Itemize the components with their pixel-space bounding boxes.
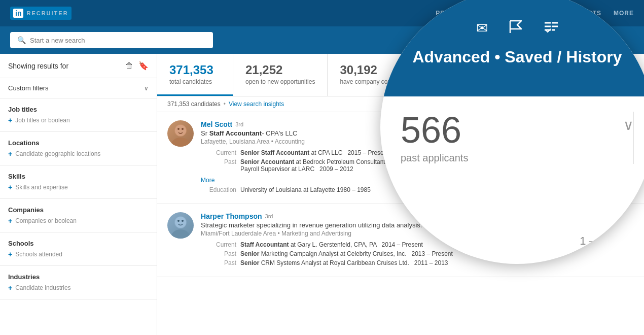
svg-point-8 (177, 220, 180, 222)
stat-total-candidates[interactable]: 371,353 total candidates (157, 54, 233, 96)
trash-icon[interactable]: 🗑 (125, 61, 133, 71)
plus-icon-schools: + (8, 250, 12, 258)
filter-sub-locations[interactable]: + Candidate geographic locations (8, 150, 149, 158)
circle-stat-block: 566 past applicants (401, 112, 634, 164)
filter-title-industries: Industries (8, 273, 149, 281)
degree-badge-mel-scott: 3rd (235, 121, 243, 127)
search-icon: 🔍 (17, 36, 26, 44)
search-input[interactable] (30, 37, 206, 44)
edu-label-mel-scott: Education (201, 186, 236, 193)
stat-open-number: 21,252 (245, 63, 315, 77)
plus-icon-skills: + (8, 183, 12, 191)
bookmark-icon[interactable]: 🔖 (138, 61, 149, 71)
recruiter-label: RECRUITER (26, 10, 68, 16)
filter-sub-label-job-titles: Job titles or boolean (15, 117, 69, 124)
showing-results-label: Showing results for (8, 62, 68, 70)
filter-job-titles: Job titles + Job titles or boolean (0, 98, 157, 132)
avatar-mel-scott (167, 120, 194, 147)
filter-title-job-titles: Job titles (8, 106, 149, 113)
svg-point-3 (177, 128, 180, 130)
filter-sub-label-industries: Candidate industries (15, 284, 70, 291)
filter-sub-job-titles[interactable]: + Job titles or boolean (8, 116, 149, 124)
svg-point-4 (182, 128, 184, 130)
svg-point-7 (175, 217, 186, 228)
circle-top-icons: ✉ (476, 20, 559, 38)
flag-icon[interactable] (508, 20, 523, 38)
page-range: 1 – 25 (580, 234, 611, 248)
candidate-name-mel-scott[interactable]: Mel Scott (201, 120, 232, 128)
filter-title-schools: Schools (8, 240, 149, 247)
view-insights-link[interactable]: View search insights (229, 100, 284, 108)
svg-point-1 (171, 138, 190, 147)
svg-point-2 (175, 125, 186, 136)
filter-industries: Industries + Candidate industries (0, 266, 157, 299)
filter-skills: Skills + Skills and expertise (0, 165, 157, 199)
avatar-harper-thompson (167, 212, 194, 239)
filter-sub-companies[interactable]: + Companies or boolean (8, 217, 149, 225)
candidates-count-text: 371,353 candidates (167, 100, 221, 108)
stat-total-label: total candidates (169, 78, 221, 85)
filter-sub-label-locations: Candidate geographic locations (15, 150, 100, 157)
svg-point-9 (182, 220, 184, 222)
checklist-icon[interactable] (544, 20, 559, 38)
candidate-name-harper-thompson[interactable]: Harper Thompson (201, 212, 262, 220)
circle-big-label: past applicants (401, 152, 618, 164)
plus-icon-industries: + (8, 284, 12, 292)
past-label-mel-scott: Past (201, 158, 236, 173)
stat-total-number: 371,353 (169, 63, 221, 77)
filter-sub-skills[interactable]: + Skills and expertise (8, 183, 149, 191)
nav-more[interactable]: MORE (614, 10, 634, 17)
filter-sub-label-skills: Skills and expertise (15, 184, 67, 191)
next-page-arrow[interactable]: › (616, 233, 620, 249)
filter-title-skills: Skills (8, 173, 149, 180)
degree-badge-harper-thompson: 3rd (265, 213, 273, 219)
stat-open-label: open to new opportunities (245, 78, 315, 85)
custom-filters-row[interactable]: Custom filters ∨ (0, 78, 157, 98)
stat-open-opportunities[interactable]: 21,252 open to new opportunities (233, 54, 328, 96)
mail-icon[interactable]: ✉ (476, 20, 488, 38)
plus-icon-companies: + (8, 217, 12, 225)
filter-companies: Companies + Companies or boolean (0, 199, 157, 232)
circle-chevron-icon[interactable]: ∨ (623, 117, 634, 133)
sidebar: Showing results for 🗑 🔖 Custom filters ∨… (0, 54, 157, 335)
filter-schools: Schools + Schools attended (0, 232, 157, 266)
filter-sub-label-companies: Companies or boolean (15, 217, 77, 224)
dot-separator: • (224, 100, 226, 108)
page-divider (628, 233, 629, 249)
chevron-down-icon: ∨ (144, 85, 149, 92)
current-label-harper: Current (201, 241, 236, 248)
filter-locations: Locations + Candidate geographic locatio… (0, 132, 157, 165)
filter-sub-label-schools: Schools attended (15, 251, 62, 258)
filter-title-locations: Locations (8, 139, 149, 147)
pagination-area: 1 – 25 › (580, 233, 629, 249)
sidebar-action-icons: 🗑 🔖 (125, 61, 149, 71)
filter-sub-industries[interactable]: + Candidate industries (8, 284, 149, 292)
in-logo-box: in (13, 9, 23, 18)
more-link-mel-scott[interactable]: More (201, 177, 214, 184)
past-label-harper: Past (201, 250, 236, 257)
filter-sub-schools[interactable]: + Schools attended (8, 250, 149, 258)
sidebar-header: Showing results for 🗑 🔖 (0, 54, 157, 78)
linkedin-logo: in RECRUITER (10, 7, 71, 20)
circle-big-number: 566 (401, 112, 618, 148)
search-input-wrapper[interactable]: 🔍 (10, 32, 213, 48)
filter-title-companies: Companies (8, 206, 149, 214)
svg-point-6 (171, 229, 190, 239)
circle-bottom-section: 566 past applicants ∨ 1 – 25 › (380, 96, 644, 264)
circle-title: Advanced • Saved / History (412, 48, 622, 66)
custom-filters-label: Custom filters (8, 84, 48, 92)
current-label-mel-scott: Current (201, 149, 236, 156)
plus-icon-locations: + (8, 150, 12, 158)
past2-label-harper: Past (201, 259, 236, 266)
plus-icon-job-titles: + (8, 116, 12, 124)
circle-overlay: ✉ Advanced • Saved / History (380, 0, 644, 264)
